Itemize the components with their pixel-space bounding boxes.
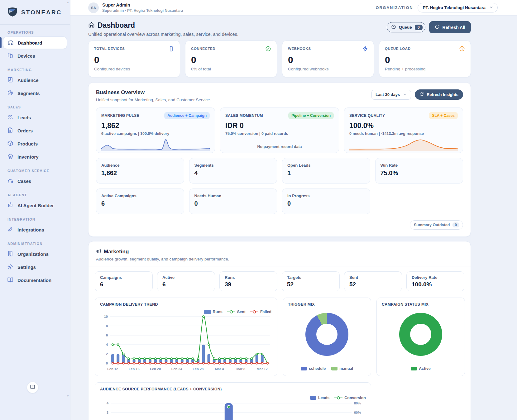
kpi-card-queue-load: QUEUE LOAD 0 Pending + processing bbox=[379, 41, 471, 77]
legend-item-failed: Failed bbox=[250, 310, 271, 314]
sidebar-item-label: Cases bbox=[17, 179, 31, 184]
stat-value: 1,862 bbox=[101, 169, 179, 177]
sidebar-item-cases[interactable]: Cases bbox=[3, 175, 67, 187]
queue-button[interactable]: Queue 0 bbox=[387, 22, 425, 32]
highlight-title: MARKETING PULSE bbox=[101, 113, 139, 118]
sidebar-item-leads[interactable]: Leads bbox=[3, 111, 67, 124]
sidebar-item-label: Organizations bbox=[17, 251, 49, 257]
building-icon bbox=[7, 251, 13, 258]
marketing-panel: Marketing Audience growth, segment quali… bbox=[88, 241, 471, 420]
trigger-mix-card: TRIGGER MIX schedule manual bbox=[283, 298, 371, 376]
campaign-status-mix-card: CAMPAIGN STATUS MIX Active bbox=[376, 298, 465, 376]
collapse-sidebar-button[interactable] bbox=[27, 382, 38, 393]
svg-text:Feb 20: Feb 20 bbox=[150, 367, 161, 371]
stat-card-open-leads: Open Leads 1 bbox=[282, 158, 370, 184]
trigger-mix-donut bbox=[305, 313, 348, 356]
svg-text:80%: 80% bbox=[354, 401, 361, 405]
sidebar: ▲ ▼ STONEARC OPERATIONS Dashboard Device… bbox=[0, 0, 70, 420]
svg-text:60%: 60% bbox=[354, 411, 361, 414]
stat-card-needs-human: Needs Human 0 bbox=[189, 189, 277, 214]
refresh-all-button[interactable]: Refresh All bbox=[429, 21, 471, 33]
sidebar-nav: OPERATIONS Dashboard Devices MARKETING A… bbox=[0, 29, 70, 286]
legend-label: Leads bbox=[318, 396, 329, 400]
sidebar-item-integrations[interactable]: Integrations bbox=[3, 223, 67, 236]
date-range-value: Last 30 days bbox=[376, 92, 400, 97]
summary-outdated-pill[interactable]: Summary Outdated 0 bbox=[410, 220, 463, 230]
sidebar-item-dashboard[interactable]: Dashboard bbox=[3, 36, 67, 49]
stat-value: 0 bbox=[287, 200, 365, 207]
highlight-caption: 75.0% conversion | 0 paid records bbox=[225, 131, 334, 136]
sidebar-item-label: Settings bbox=[17, 265, 36, 270]
legend-label: manual bbox=[339, 366, 353, 371]
svg-text:2: 2 bbox=[106, 352, 108, 356]
app-logo-text: STONEARC bbox=[21, 9, 62, 16]
sidebar-item-audience[interactable]: Audience bbox=[3, 74, 67, 86]
svg-text:4: 4 bbox=[106, 343, 108, 346]
check-circle-icon bbox=[265, 46, 271, 53]
chart-legend: schedule manual bbox=[288, 366, 366, 371]
refresh-insights-label: Refresh Insights bbox=[427, 92, 458, 97]
page-title: Dashboard bbox=[98, 21, 135, 30]
sidebar-item-segments[interactable]: Segments bbox=[3, 87, 67, 99]
chart-title: AUDIENCE SOURCE PERFORMANCE (LEADS + CON… bbox=[100, 387, 366, 391]
stat-label: Delivery Rate bbox=[412, 275, 459, 280]
legend-item-sent: Sent bbox=[227, 310, 246, 314]
sidebar-item-label: Integrations bbox=[17, 227, 44, 232]
stat-card-segments: Segments 4 bbox=[189, 158, 277, 184]
stat-value: 52 bbox=[349, 281, 397, 288]
sidebar-item-devices[interactable]: Devices bbox=[3, 50, 67, 62]
kpi-caption: Configured webhooks bbox=[288, 67, 368, 71]
stat-value: 6 bbox=[101, 200, 179, 207]
stat-card-runs: Runs 39 bbox=[219, 271, 277, 291]
svg-text:Feb 24: Feb 24 bbox=[171, 367, 183, 371]
campaign-delivery-trend-chart: 0246810Feb 12Feb 16Feb 20Feb 24Feb 28Mar… bbox=[100, 314, 272, 373]
sidebar-item-products[interactable]: Products bbox=[3, 137, 67, 150]
legend-item-conversion: Conversion bbox=[334, 396, 366, 400]
svg-text:Mar 4: Mar 4 bbox=[215, 367, 224, 371]
sidebar-item-label: Documentation bbox=[17, 278, 51, 283]
organization-select[interactable]: PT. Hegira Teknologi Nusantara bbox=[418, 3, 498, 12]
stat-label: Win Rate bbox=[381, 163, 458, 168]
home-icon bbox=[7, 39, 14, 46]
user-meta: Superadmin · PT. Hegira Teknologi Nusant… bbox=[102, 8, 183, 13]
page-subtitle: Unified operational overview across mark… bbox=[88, 32, 238, 37]
organization-value: PT. Hegira Teknologi Nusantara bbox=[423, 5, 486, 10]
sidebar-item-organizations[interactable]: Organizations bbox=[3, 248, 67, 260]
stat-label: Targets bbox=[287, 275, 334, 280]
file-text-icon bbox=[7, 127, 13, 134]
stat-value: 1 bbox=[287, 169, 365, 177]
stat-label: Sent bbox=[349, 275, 397, 280]
sidebar-item-settings[interactable]: Settings bbox=[3, 261, 67, 273]
sidebar-scroll-up-icon[interactable]: ▲ bbox=[67, 1, 69, 4]
sidebar-item-inventory[interactable]: Inventory bbox=[3, 150, 67, 163]
clock-icon bbox=[391, 24, 396, 30]
queue-count-badge: 0 bbox=[415, 25, 423, 30]
no-data-note: No payment record data bbox=[225, 145, 334, 149]
sent-line-marker-icon bbox=[227, 310, 235, 314]
campaign-status-donut bbox=[399, 313, 442, 356]
business-overview-panel: Business Overview Unified snapshot for M… bbox=[88, 82, 471, 237]
sidebar-scroll-down-icon[interactable]: ▼ bbox=[67, 395, 69, 398]
legend-item-runs: Runs bbox=[204, 310, 223, 314]
chevron-down-icon bbox=[403, 92, 407, 97]
avatar: SA bbox=[88, 2, 99, 13]
runs-swatch-icon bbox=[204, 310, 211, 314]
refresh-insights-button[interactable]: Refresh Insights bbox=[415, 89, 463, 100]
sidebar-item-documentation[interactable]: Documentation bbox=[3, 274, 67, 286]
refresh-icon bbox=[419, 92, 424, 97]
date-range-select[interactable]: Last 30 days bbox=[371, 90, 411, 100]
highlight-value: 100.0% bbox=[349, 122, 458, 130]
marketing-pulse-sparkline bbox=[101, 138, 210, 151]
svg-text:Mar 8: Mar 8 bbox=[236, 367, 245, 371]
sidebar-item-orders[interactable]: Orders bbox=[3, 124, 67, 137]
svg-text:6: 6 bbox=[106, 333, 108, 337]
svg-text:0: 0 bbox=[106, 361, 108, 365]
stat-label: Runs bbox=[225, 275, 272, 280]
business-overview-subtitle: Unified snapshot for Marketing, Sales, a… bbox=[96, 98, 211, 102]
legend-item-active: Active bbox=[411, 366, 431, 371]
legend-item-manual: manual bbox=[331, 366, 353, 371]
kpi-value: 0 bbox=[94, 55, 174, 65]
sidebar-section-integration: INTEGRATION bbox=[0, 216, 70, 223]
sidebar-item-ai-agent-builder[interactable]: AI Agent Builder bbox=[3, 199, 67, 212]
failed-line-marker-icon bbox=[250, 310, 258, 314]
